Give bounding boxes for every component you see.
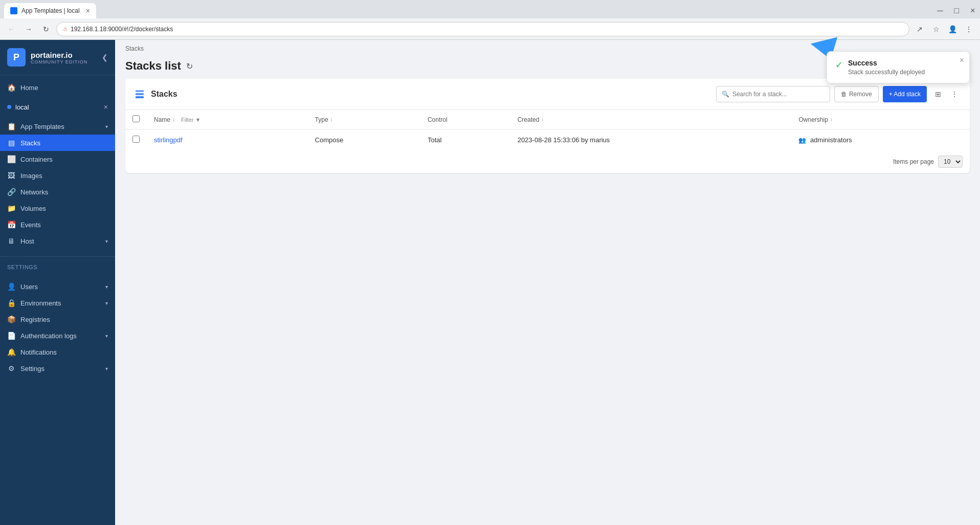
toast-container: ✓ Success Stack successfully deployed × bbox=[827, 51, 970, 83]
sidebar-item-app-templates[interactable]: 📋 App Templates ▾ bbox=[0, 118, 115, 135]
sidebar-auth-logs-label: Authentication logs bbox=[20, 332, 100, 340]
sidebar-events-label: Events bbox=[20, 221, 108, 229]
sidebar-networks-label: Networks bbox=[20, 188, 108, 196]
tab-close-btn[interactable]: × bbox=[86, 7, 90, 15]
success-toast: ✓ Success Stack successfully deployed × bbox=[827, 51, 970, 83]
sidebar-item-stacks[interactable]: ▤ Stacks bbox=[0, 135, 115, 151]
col-ownership: Ownership ↕ bbox=[791, 110, 970, 129]
sidebar-collapse-btn[interactable]: ❮ bbox=[102, 53, 108, 61]
created-sort-icon[interactable]: ↕ bbox=[541, 117, 544, 122]
col-name: Name ↕ Filter ▼ bbox=[147, 110, 308, 129]
filter-btn[interactable]: Filter ▼ bbox=[181, 117, 201, 123]
sidebar-item-settings[interactable]: ⚙ Settings ▾ bbox=[0, 360, 115, 377]
share-btn[interactable]: ↗ bbox=[912, 22, 927, 36]
volumes-icon: 📁 bbox=[7, 204, 15, 212]
profile-btn[interactable]: 👤 bbox=[945, 22, 960, 36]
sidebar-containers-label: Containers bbox=[20, 156, 108, 163]
host-chevron-icon: ▾ bbox=[105, 238, 108, 244]
sidebar-item-users[interactable]: 👤 Users ▾ bbox=[0, 278, 115, 295]
sidebar-nav-section: 📋 App Templates ▾ ▤ Stacks ⬜ Containers … bbox=[0, 114, 115, 253]
auth-logs-icon: 📄 bbox=[7, 332, 15, 340]
svg-rect-1 bbox=[136, 93, 144, 95]
stacks-table: Name ↕ Filter ▼ Type ↕ Co bbox=[125, 110, 970, 150]
row-checkbox[interactable] bbox=[132, 136, 140, 143]
containers-icon: ⬜ bbox=[7, 155, 15, 163]
svg-rect-0 bbox=[136, 90, 144, 92]
sidebar-item-home[interactable]: 🏠 Home bbox=[0, 79, 115, 96]
stack-name-link[interactable]: stirlingpdf bbox=[154, 136, 183, 144]
sidebar-settings-label: Settings bbox=[20, 365, 100, 373]
browser-tabs: App Templates | local × ─ □ × bbox=[0, 0, 980, 18]
sidebar-item-events[interactable]: 📅 Events bbox=[0, 216, 115, 233]
stack-created: 2023-08-28 15:33:06 by marius bbox=[510, 129, 792, 151]
environments-icon: 🔒 bbox=[7, 299, 15, 307]
browser-tab[interactable]: App Templates | local × bbox=[4, 3, 96, 18]
name-sort-icon[interactable]: ↕ bbox=[172, 117, 175, 122]
items-per-page-select[interactable]: 10 25 50 bbox=[938, 156, 963, 168]
remove-button[interactable]: 🗑 Remove bbox=[834, 86, 879, 102]
sidebar-item-host[interactable]: 🖥 Host ▾ bbox=[0, 233, 115, 249]
url-display: 192.168.1.18:9000/#!/2/docker/stacks bbox=[71, 26, 173, 33]
env-close-btn[interactable]: × bbox=[104, 103, 108, 111]
sidebar-item-registries[interactable]: 📦 Registries bbox=[0, 311, 115, 327]
type-sort-icon[interactable]: ↕ bbox=[330, 117, 333, 122]
sidebar-item-images[interactable]: 🖼 Images bbox=[0, 167, 115, 184]
forward-btn[interactable]: → bbox=[21, 22, 36, 36]
sidebar-app-templates-label: App Templates bbox=[20, 123, 100, 130]
grid-view-btn[interactable]: ⊞ bbox=[931, 87, 945, 101]
menu-btn[interactable]: ⋮ bbox=[962, 22, 976, 36]
table-body: stirlingpdf Compose Total 2023-08-28 15:… bbox=[125, 129, 970, 151]
auth-logs-chevron-icon: ▾ bbox=[105, 333, 108, 339]
back-btn[interactable]: ← bbox=[4, 22, 18, 36]
svg-rect-2 bbox=[136, 96, 144, 98]
panel-title: Stacks bbox=[151, 90, 711, 99]
environments-chevron-icon: ▾ bbox=[105, 300, 108, 306]
ownership-sort-icon[interactable]: ↕ bbox=[830, 117, 833, 122]
browser-chrome: App Templates | local × ─ □ × ← → ↻ ⚠ 19… bbox=[0, 0, 980, 40]
sidebar-item-environments[interactable]: 🔒 Environments ▾ bbox=[0, 295, 115, 311]
address-bar[interactable]: ⚠ 192.168.1.18:9000/#!/2/docker/stacks bbox=[56, 22, 909, 36]
add-stack-button[interactable]: + Add stack bbox=[883, 86, 927, 102]
security-warning-icon: ⚠ bbox=[63, 26, 68, 32]
sidebar-item-volumes[interactable]: 📁 Volumes bbox=[0, 200, 115, 216]
app-templates-chevron-icon: ▾ bbox=[105, 124, 108, 129]
more-options-btn[interactable]: ⋮ bbox=[947, 87, 962, 101]
page-title: Stacks list bbox=[125, 59, 181, 73]
browser-action-buttons: ↗ ☆ 👤 ⋮ bbox=[912, 22, 976, 36]
logo-title: portainer.io bbox=[31, 51, 87, 59]
toast-close-btn[interactable]: × bbox=[960, 56, 964, 65]
sidebar-volumes-label: Volumes bbox=[20, 205, 108, 212]
settings-section-label: Settings bbox=[0, 260, 115, 274]
search-input[interactable] bbox=[732, 91, 825, 98]
sidebar-environments-label: Environments bbox=[20, 299, 100, 307]
stacks-icon: ▤ bbox=[7, 139, 15, 147]
sidebar-settings-section: 👤 Users ▾ 🔒 Environments ▾ 📦 Registries … bbox=[0, 274, 115, 381]
col-type: Type ↕ bbox=[308, 110, 420, 129]
search-icon: 🔍 bbox=[722, 91, 729, 98]
select-all-checkbox[interactable] bbox=[132, 115, 140, 122]
tab-title: App Templates | local bbox=[21, 7, 80, 14]
sidebar-home-section: 🏠 Home bbox=[0, 75, 115, 100]
sidebar-notifications-label: Notifications bbox=[20, 348, 108, 356]
stack-type: Compose bbox=[308, 129, 420, 151]
search-box[interactable]: 🔍 bbox=[716, 86, 830, 102]
close-btn[interactable]: × bbox=[966, 4, 980, 18]
settings-icon: ⚙ bbox=[7, 364, 15, 373]
bookmark-btn[interactable]: ☆ bbox=[929, 22, 943, 36]
sidebar-item-notifications[interactable]: 🔔 Notifications bbox=[0, 344, 115, 360]
reload-btn[interactable]: ↻ bbox=[39, 22, 53, 36]
sidebar-item-networks[interactable]: 🔗 Networks bbox=[0, 184, 115, 200]
notifications-icon: 🔔 bbox=[7, 348, 15, 356]
sidebar-item-auth-logs[interactable]: 📄 Authentication logs ▾ bbox=[0, 327, 115, 344]
add-stack-label: + Add stack bbox=[889, 91, 921, 98]
networks-icon: 🔗 bbox=[7, 188, 15, 196]
sidebar-item-containers[interactable]: ⬜ Containers bbox=[0, 151, 115, 167]
pagination-section: Items per page 10 25 50 bbox=[125, 150, 970, 173]
col-control: Control bbox=[420, 110, 510, 129]
col-created: Created ↕ bbox=[510, 110, 792, 129]
logo-subtitle: COMMUNITY EDITION bbox=[31, 59, 87, 64]
maximize-btn[interactable]: □ bbox=[949, 4, 964, 18]
tab-favicon bbox=[10, 7, 17, 14]
minimize-btn[interactable]: ─ bbox=[933, 4, 947, 18]
refresh-btn[interactable]: ↻ bbox=[186, 61, 193, 71]
